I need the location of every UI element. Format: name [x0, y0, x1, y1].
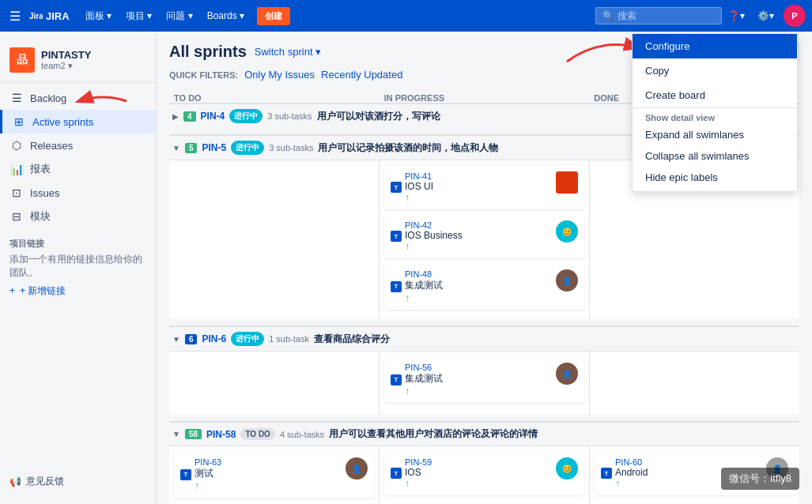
dropdown-item-collapse[interactable]: Collapse all swimlanes	[633, 145, 797, 167]
cell-pin6-todo	[169, 352, 380, 415]
sidebar: 品 PINTASTY team2 ▾ ☰ Backlog ⊞ Active sp…	[0, 32, 157, 504]
card-id-pin60[interactable]: PIN-60	[615, 457, 648, 467]
feedback-label: 意见反馈	[26, 475, 64, 488]
project-icon: 品	[9, 47, 35, 73]
card-type-icon-pin56: T	[391, 374, 402, 386]
card-text-pin63: PIN-63 测试 ↑	[195, 457, 221, 491]
nav-menu: 面板 ▾ 项目 ▾ 问题 ▾ Boards ▾	[79, 6, 251, 26]
project-info: PINTASTY team2 ▾	[41, 49, 91, 71]
card-type-icon-pin41: T	[391, 182, 402, 193]
card-priority-pin60: ↑	[615, 478, 648, 489]
feedback-button[interactable]: 📢 意见反馈	[0, 468, 156, 495]
sidebar-item-issues[interactable]: ⊡ Issues	[0, 181, 156, 205]
releases-icon: ⬡	[9, 138, 24, 152]
status-pin58: TO DO	[240, 428, 274, 440]
card-pin60[interactable]: T PIN-60 Android ↑ 👤	[595, 451, 795, 495]
card-type-icon-pin60: T	[601, 468, 612, 479]
cell-pin58-todo: T PIN-63 测试 ↑ 👤	[169, 446, 380, 504]
card-id-pin42[interactable]: PIN-42	[405, 220, 463, 230]
backlog-icon: ☰	[9, 91, 24, 105]
card-content-pin48: T PIN-48 集成测试 ↑	[391, 269, 551, 303]
dropdown-item-configure[interactable]: Configure	[633, 34, 797, 58]
title-pin5: 用户可以记录拍摄该酒的时间，地点和人物	[318, 141, 498, 155]
card-avatar-pin59: 😊	[556, 457, 578, 480]
swimlane-pin6: ▼ 6 PIN-6 进行中 1 sub-task 查看商品综合评分	[169, 325, 799, 415]
card-id-pin63[interactable]: PIN-63	[195, 457, 221, 467]
search-input[interactable]	[617, 10, 712, 21]
reports-icon: 📊	[9, 162, 24, 176]
card-content-pin42: T PIN-42 IOS Business ↑	[391, 220, 551, 252]
nav-board[interactable]: 面板 ▾	[79, 6, 118, 26]
issues-icon: ⊡	[9, 186, 24, 200]
swimlane-header-pin6[interactable]: ▼ 6 PIN-6 进行中 1 sub-task 查看商品综合评分	[169, 325, 799, 351]
nav-issues[interactable]: 问题 ▾	[160, 6, 198, 26]
card-pin42[interactable]: T PIN-42 IOS Business ↑ 😊	[384, 214, 584, 258]
sidebar-item-reports[interactable]: 📊 报表	[0, 157, 156, 181]
id-pin5[interactable]: PIN-5	[202, 142, 226, 153]
collapse-arrow-pin6: ▼	[172, 335, 180, 344]
nav-project[interactable]: 项目 ▾	[119, 6, 158, 26]
sidebar-item-label-sprints: Active sprints	[32, 116, 93, 128]
id-pin6[interactable]: PIN-6	[202, 333, 226, 344]
id-pin58[interactable]: PIN-58	[206, 429, 236, 440]
card-avatar-pin63: 👤	[346, 457, 368, 480]
sidebar-project-links-section: 项目链接	[0, 228, 156, 253]
card-title-pin59: IOS	[405, 467, 432, 478]
dropdown-section-label: Show detail view	[633, 107, 797, 124]
search-icon: 🔍	[602, 10, 614, 21]
card-pin63[interactable]: T PIN-63 测试 ↑ 👤	[174, 451, 374, 498]
create-button[interactable]: 创建	[257, 7, 290, 25]
card-pin59[interactable]: T PIN-59 IOS ↑ 😊	[384, 451, 584, 495]
status-pin4: 进行中	[229, 109, 262, 123]
card-id-pin56[interactable]: PIN-56	[405, 363, 443, 372]
add-link-button[interactable]: + + 新增链接	[0, 280, 156, 303]
help-icon[interactable]: ❓▾	[725, 7, 748, 24]
switch-sprint-button[interactable]: Switch sprint ▾	[255, 46, 321, 58]
badge-pin5: 5	[185, 143, 198, 153]
modules-icon: ⊟	[9, 209, 24, 224]
dropdown-menu: Configure Copy Create board Show detail …	[632, 33, 798, 192]
settings-icon[interactable]: ⚙️▾	[754, 7, 777, 24]
card-type-icon-pin63: T	[180, 469, 191, 480]
collapse-arrow-pin4: ▶	[172, 112, 179, 121]
quick-filter-my-issues[interactable]: Only My Issues	[244, 69, 315, 81]
card-priority-pin56: ↑	[405, 386, 443, 397]
card-type-icon-pin59: T	[391, 468, 402, 479]
avatar[interactable]: P	[784, 5, 806, 27]
svg-text:Jira: Jira	[29, 12, 43, 21]
nav-boards[interactable]: Boards ▾	[201, 6, 251, 26]
card-pin48[interactable]: T PIN-48 集成测试 ↑ 👤	[384, 263, 584, 310]
card-avatar-pin48: 👤	[556, 269, 578, 291]
feedback-icon: 📢	[9, 476, 21, 487]
quick-filter-recently-updated[interactable]: Recently Updated	[321, 69, 402, 81]
id-pin4[interactable]: PIN-4	[201, 111, 225, 122]
card-pin41[interactable]: T PIN-41 IOS UI ↑	[384, 165, 584, 209]
sidebar-item-backlog[interactable]: ☰ Backlog	[0, 86, 156, 110]
card-id-pin41[interactable]: PIN-41	[405, 171, 433, 181]
sidebar-item-label-backlog: Backlog	[30, 92, 66, 104]
sidebar-item-releases[interactable]: ⬡ Releases	[0, 134, 156, 157]
subtasks-pin5: 3 sub-tasks	[269, 143, 313, 152]
card-pin56[interactable]: T PIN-56 集成测试 ↑ 👤	[384, 356, 584, 403]
title-pin4: 用户可以对该酒打分，写评论	[317, 110, 440, 123]
subtasks-pin4: 3 sub-tasks	[267, 111, 312, 121]
card-id-pin59[interactable]: PIN-59	[405, 457, 432, 467]
quick-filters-label: QUICK FILTERS:	[169, 70, 238, 80]
card-title-pin60: Android	[615, 467, 648, 478]
dropdown-item-hide-epic[interactable]: Hide epic labels	[633, 167, 797, 191]
sidebar-item-active-sprints[interactable]: ⊞ Active sprints	[0, 110, 156, 134]
card-priority-pin41: ↑	[405, 192, 433, 203]
card-avatar-pin56: 👤	[556, 363, 578, 385]
search-box[interactable]: 🔍	[595, 7, 722, 24]
project-team[interactable]: team2 ▾	[41, 61, 91, 71]
card-text-pin59: PIN-59 IOS ↑	[405, 457, 432, 489]
dropdown-item-create-board[interactable]: Create board	[633, 83, 797, 107]
dropdown-item-copy[interactable]: Copy	[633, 58, 797, 83]
swimlane-header-pin58[interactable]: ▼ 58 PIN-58 TO DO 4 sub-tasks 用户可以查看其他用户…	[169, 421, 799, 446]
card-id-pin48[interactable]: PIN-48	[405, 269, 443, 279]
card-title-pin56: 集成测试	[405, 372, 443, 386]
hamburger-icon[interactable]: ☰	[6, 6, 24, 27]
card-type-icon-pin42: T	[391, 231, 402, 242]
sidebar-item-modules[interactable]: ⊟ 模块	[0, 205, 156, 228]
dropdown-item-expand[interactable]: Expand all swimlanes	[633, 124, 797, 145]
